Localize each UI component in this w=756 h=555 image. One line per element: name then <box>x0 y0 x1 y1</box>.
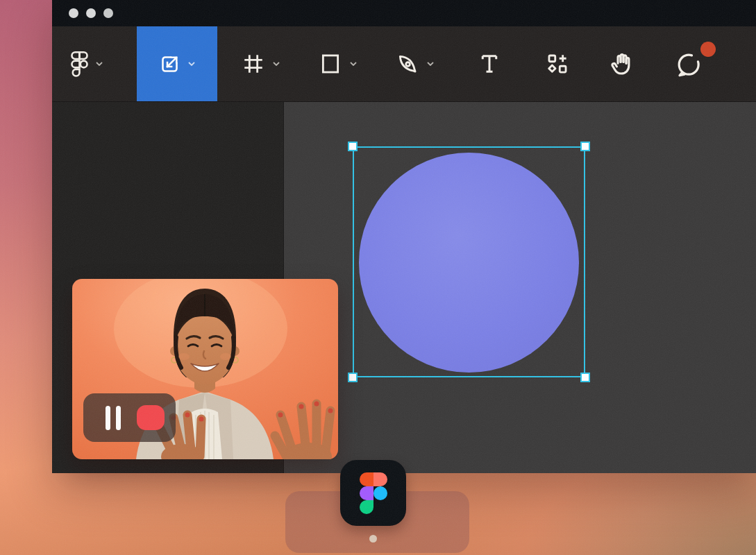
frame-icon <box>242 52 265 76</box>
comments-button[interactable] <box>675 26 702 101</box>
selection-handle-top-right[interactable] <box>580 142 590 151</box>
shape-tool-button[interactable] <box>319 26 357 101</box>
hand-tool-button[interactable] <box>610 26 635 101</box>
dock-running-indicator <box>369 535 377 543</box>
frame-tool-button[interactable] <box>242 26 280 101</box>
desktop <box>0 0 756 555</box>
actions-icon <box>546 52 569 76</box>
pen-tool-button[interactable] <box>396 26 434 101</box>
pen-icon <box>396 52 419 76</box>
pause-icon <box>116 406 121 430</box>
figma-dock-icon[interactable] <box>340 460 406 526</box>
window-titlebar <box>52 0 756 26</box>
traffic-light-dot[interactable] <box>103 8 113 18</box>
actions-button[interactable] <box>546 26 569 101</box>
scale-tool-button[interactable] <box>137 26 217 101</box>
selection-handle-top-left[interactable] <box>348 142 358 151</box>
figma-logo-icon <box>71 51 88 77</box>
hand-icon <box>610 51 635 77</box>
pause-icon <box>106 406 110 430</box>
pause-button[interactable] <box>106 406 121 430</box>
comment-bubble-icon <box>675 51 702 78</box>
notification-dot <box>700 42 716 57</box>
scale-icon <box>159 53 180 75</box>
traffic-light-dot[interactable] <box>86 8 96 18</box>
toolbar <box>52 26 756 102</box>
chevron-down-icon <box>427 62 434 66</box>
text-icon <box>477 51 502 76</box>
main-menu-button[interactable] <box>71 26 103 101</box>
video-call-overlay[interactable] <box>72 279 338 459</box>
selection-box <box>353 146 585 377</box>
recording-controls <box>83 393 176 442</box>
rectangle-icon <box>319 52 342 76</box>
text-tool-button[interactable] <box>477 26 502 101</box>
chevron-down-icon <box>96 62 103 66</box>
chevron-down-icon <box>188 62 195 66</box>
chevron-down-icon <box>350 62 357 66</box>
selection-handle-bottom-right[interactable] <box>580 373 590 382</box>
figma-app-icon <box>360 472 387 514</box>
chevron-down-icon <box>273 62 280 66</box>
traffic-light-dot[interactable] <box>69 8 78 18</box>
canvas-area[interactable] <box>52 102 756 473</box>
figma-window <box>52 0 756 473</box>
selection-handle-bottom-left[interactable] <box>348 373 358 382</box>
stop-recording-button[interactable] <box>137 405 165 430</box>
